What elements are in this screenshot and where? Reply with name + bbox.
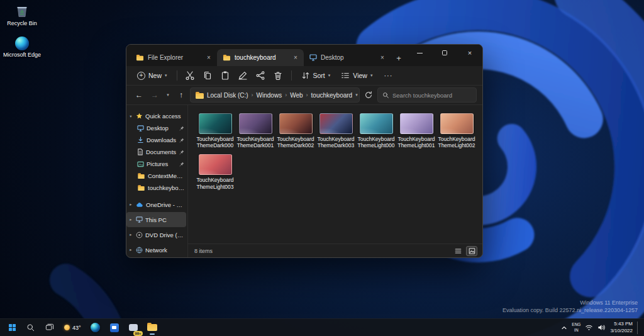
pin-icon [179,126,184,131]
breadcrumb-separator: › [285,92,287,98]
chevron-down-icon[interactable]: ▾ [355,92,358,98]
chevron-down-icon: ▾ [328,73,331,78]
file-name: TouchKeyboardThemeLight000 [357,136,396,148]
delete-button[interactable] [270,68,287,84]
taskbar-edge-icon[interactable] [87,320,104,335]
file-item[interactable]: TouchKeyboardThemeLight003 [195,154,235,189]
details-view-button[interactable] [452,246,464,256]
more-options-button[interactable]: ··· [378,72,398,79]
navigation-pane: ▾ Quick access Desktop [126,105,188,257]
taskbar-chat-icon[interactable]: 99+ [125,320,142,335]
sidebar-item-desktop[interactable]: Desktop [126,122,186,134]
breadcrumb[interactable]: Local Disk (C:) › Windows › Web › touchk… [190,87,360,103]
close-button[interactable]: × [457,45,482,61]
maximize-button[interactable] [432,45,457,61]
volume-icon[interactable] [597,324,606,331]
sidebar-item-touchkeyboard-folder[interactable]: touchkeyboard [126,182,186,194]
view-button[interactable]: View ▾ [336,69,377,82]
file-item[interactable]: TouchKeyboardThemeLight002 [436,113,477,148]
tab-close-icon[interactable]: × [204,53,214,63]
file-thumbnail [400,113,433,134]
file-thumbnail [360,113,393,134]
sidebar-item-documents[interactable]: Documents [126,146,186,158]
widgets-weather-button[interactable]: 43° [60,320,86,335]
sidebar-item-label: Documents [146,148,177,155]
view-icon [341,71,350,80]
sun-icon [64,325,70,330]
file-thumbnail [440,113,474,134]
tab-file-explorer[interactable]: File Explorer × [130,49,217,66]
taskbar-file-explorer-icon[interactable] [143,320,161,335]
tab-desktop[interactable]: Desktop × [304,49,391,66]
cut-button[interactable] [182,68,199,84]
breadcrumb-segment[interactable]: Web [290,92,303,99]
sidebar-item-label: Downloads [147,137,177,143]
breadcrumb-segment[interactable]: Local Disk (C:) [207,92,248,99]
desktop-icon-microsoft-edge[interactable]: Microsoft Edge [0,36,44,58]
file-item[interactable]: TouchKeyboardThemeDark003 [316,113,356,148]
sidebar-item-contextmenu-folder[interactable]: ContextMenuC [126,170,186,182]
sidebar-item-quick-access[interactable]: ▾ Quick access [126,110,186,122]
refresh-button[interactable] [362,88,375,102]
large-icons-view-button[interactable] [466,246,477,256]
sidebar-item-network[interactable]: ▸ Network [126,242,186,257]
chevron-collapsed-icon[interactable]: ▸ [128,202,133,207]
breadcrumb-segment[interactable]: Windows [257,92,282,99]
new-tab-button[interactable]: + [391,50,407,66]
folder-icon [138,186,144,191]
sidebar-item-dvd-drive[interactable]: ▸ DVD Drive (D:) C [126,227,186,242]
view-button-label: View [353,72,367,79]
recent-locations-button[interactable]: ▾ [164,88,172,102]
sidebar-item-pictures[interactable]: Pictures [126,158,186,170]
watermark-line2: Evaluation copy. Build 22572.ni_release.… [502,306,638,315]
back-button[interactable]: ← [132,88,146,102]
tab-close-icon[interactable]: × [291,53,301,63]
sidebar-item-onedrive[interactable]: ▸ OneDrive - Perso [126,197,186,212]
tab-label: touchkeyboard [235,54,287,61]
taskbar-store-icon[interactable] [106,320,123,335]
chevron-down-icon: ▾ [370,73,373,78]
start-button[interactable] [3,320,21,335]
window-controls: × [407,45,482,61]
chevron-collapsed-icon[interactable]: ▸ [128,232,133,237]
up-button[interactable]: ↑ [174,88,188,102]
tab-close-icon[interactable]: × [377,53,387,63]
file-thumbnail [239,113,272,134]
share-button[interactable] [252,68,269,84]
file-item[interactable]: TouchKeyboardThemeLight001 [396,113,436,148]
forward-button[interactable]: → [148,88,162,102]
sort-button[interactable]: Sort ▾ [296,69,336,82]
show-desktop-button[interactable] [637,322,639,334]
taskbar-clock[interactable]: 5:43 PM 3/10/2022 [610,321,633,334]
network-icon[interactable] [585,324,593,331]
desktop-icon-recycle-bin[interactable]: Recycle Bin [0,4,44,26]
file-explorer-icon [136,56,143,61]
file-item[interactable]: TouchKeyboardThemeDark000 [195,113,235,148]
new-button[interactable]: + New ▾ [132,69,172,82]
pin-icon [179,150,184,155]
item-count: 8 items [194,248,213,254]
file-item[interactable]: TouchKeyboardThemeDark002 [275,113,316,148]
file-item[interactable]: TouchKeyboardThemeLight000 [356,113,396,148]
chevron-expanded-icon[interactable]: ▾ [128,114,133,119]
titlebar[interactable]: File Explorer × touchkeyboard × Desktop … [126,45,482,66]
sidebar-item-this-pc[interactable]: ▸ This PC [126,212,186,227]
paste-button[interactable] [217,68,234,84]
sidebar-item-label: This PC [145,216,185,223]
file-item[interactable]: TouchKeyboardThemeDark001 [235,113,275,148]
chevron-collapsed-icon[interactable]: ▸ [128,247,133,252]
rename-button[interactable] [235,68,252,84]
chevron-collapsed-icon[interactable]: ▸ [128,217,133,222]
tab-touchkeyboard[interactable]: touchkeyboard × [217,49,304,66]
minimize-button[interactable] [407,45,432,61]
breadcrumb-segment[interactable]: touchkeyboard [311,92,353,99]
sidebar-item-downloads[interactable]: Downloads [126,134,186,146]
search-box[interactable] [377,87,477,103]
language-indicator[interactable]: ENG IN [572,322,580,332]
sidebar-item-label: Network [145,247,185,254]
copy-button[interactable] [199,68,216,84]
hidden-icons-chevron-icon[interactable] [561,325,567,330]
task-view-button[interactable] [41,320,58,335]
taskbar-search-button[interactable] [22,320,40,335]
search-input[interactable] [392,92,472,99]
